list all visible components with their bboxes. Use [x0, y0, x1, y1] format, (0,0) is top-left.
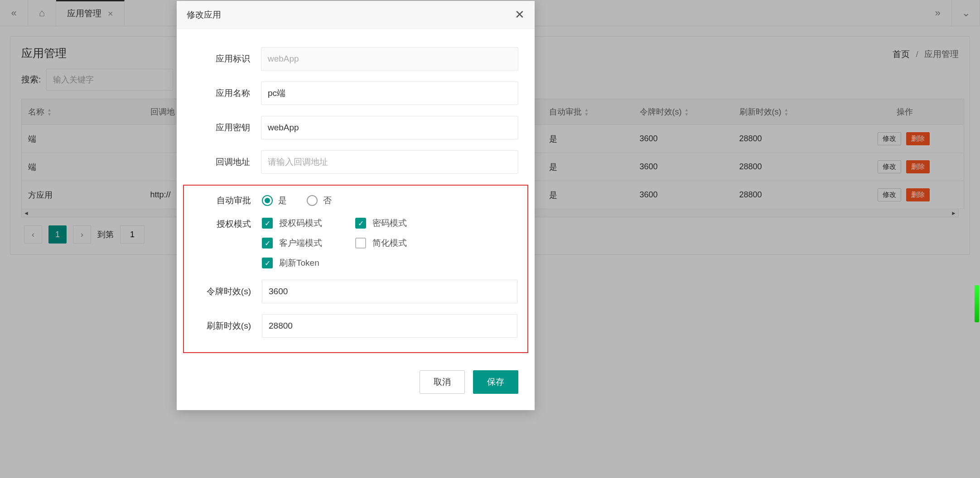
- checkbox-label: 刷新Token: [279, 257, 319, 269]
- checkbox-auth-code[interactable]: ✓ 授权码模式: [262, 217, 352, 229]
- checkbox-auth-refresh[interactable]: ✓ 刷新Token: [262, 257, 352, 269]
- checkbox-label: 密码模式: [372, 217, 407, 229]
- close-icon: ✕: [515, 8, 525, 21]
- edit-app-modal: 修改应用 ✕ 应用标识 应用名称 应用密钥 回调地址 自动审批: [177, 1, 535, 410]
- radio-icon: [262, 195, 273, 206]
- checkbox-auth-password[interactable]: ✓ 密码模式: [355, 217, 446, 229]
- cancel-button[interactable]: 取消: [420, 370, 465, 394]
- form-row-app-secret: 应用密钥: [193, 116, 518, 139]
- input-callback[interactable]: [261, 150, 518, 174]
- radio-auto-approve-no[interactable]: 否: [307, 195, 332, 206]
- checkbox-label: 简化模式: [372, 237, 407, 249]
- label-token-ttl: 令牌时效(s): [194, 286, 262, 297]
- highlighted-section: 自动审批 是 否 授权模式 ✓ 授权码模式: [183, 185, 528, 353]
- checkbox-label: 客户端模式: [279, 237, 322, 249]
- label-refresh-ttl: 刷新时效(s): [194, 320, 262, 332]
- vertical-scrollbar-indicator: [975, 285, 979, 322]
- radio-label: 否: [323, 195, 332, 206]
- form-row-auth-modes: 授权模式 ✓ 授权码模式 ✓ 密码模式 ✓ 客户端模式: [184, 217, 527, 269]
- auto-approve-radio-group: 是 否: [262, 195, 332, 206]
- label-auto-approve: 自动审批: [194, 195, 262, 206]
- modal-close-button[interactable]: ✕: [515, 8, 525, 22]
- input-token-ttl[interactable]: [262, 280, 517, 303]
- form-row-app-name: 应用名称: [193, 81, 518, 105]
- label-app-secret: 应用密钥: [193, 122, 261, 134]
- form-row-app-id: 应用标识: [193, 47, 518, 71]
- label-callback: 回调地址: [193, 156, 261, 168]
- radio-auto-approve-yes[interactable]: 是: [262, 195, 287, 206]
- input-app-secret[interactable]: [261, 116, 518, 139]
- label-app-id: 应用标识: [193, 53, 261, 65]
- input-app-name[interactable]: [261, 81, 518, 105]
- modal-header: 修改应用 ✕: [177, 1, 535, 29]
- form-row-token-ttl: 令牌时效(s): [184, 280, 527, 303]
- checkbox-icon: [355, 238, 366, 249]
- checkbox-icon: ✓: [262, 258, 273, 268]
- checkbox-auth-implicit[interactable]: 简化模式: [355, 237, 446, 249]
- modal-title: 修改应用: [187, 9, 221, 21]
- checkbox-auth-client[interactable]: ✓ 客户端模式: [262, 237, 352, 249]
- modal-body: 应用标识 应用名称 应用密钥 回调地址 自动审批 是: [177, 29, 535, 365]
- checkbox-label: 授权码模式: [279, 217, 322, 229]
- label-auth-modes: 授权模式: [194, 217, 262, 230]
- form-row-auto-approve: 自动审批 是 否: [184, 195, 527, 206]
- checkbox-icon: ✓: [262, 238, 273, 249]
- label-app-name: 应用名称: [193, 87, 261, 99]
- checkbox-icon: ✓: [355, 218, 366, 229]
- radio-icon: [307, 195, 318, 206]
- input-app-id: [261, 47, 518, 71]
- input-refresh-ttl[interactable]: [262, 314, 517, 338]
- auth-modes-group: ✓ 授权码模式 ✓ 密码模式 ✓ 客户端模式 简化模式: [262, 217, 446, 269]
- checkbox-icon: ✓: [262, 218, 273, 229]
- modal-footer: 取消 保存: [177, 365, 535, 410]
- form-row-refresh-ttl: 刷新时效(s): [184, 314, 527, 338]
- save-button[interactable]: 保存: [473, 370, 518, 394]
- form-row-callback: 回调地址: [193, 150, 518, 174]
- radio-label: 是: [278, 195, 287, 206]
